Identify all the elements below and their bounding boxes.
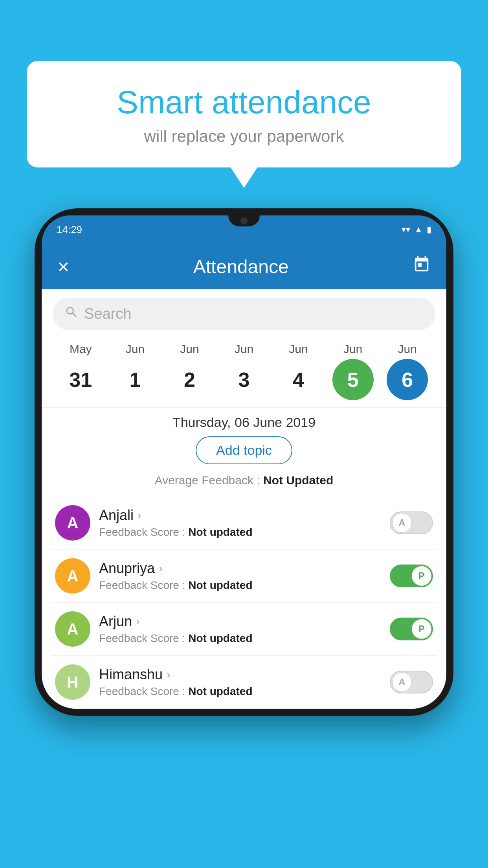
status-time: 14:29 xyxy=(57,224,82,236)
feedback-score-himanshu: Feedback Score : Not updated xyxy=(99,685,381,698)
chevron-icon: › xyxy=(159,562,162,575)
month-cell-5: Jun xyxy=(327,342,378,356)
student-info-arjun: Arjun › Feedback Score : Not updated xyxy=(99,613,381,645)
app-bar: × Attendance xyxy=(42,244,446,289)
chevron-icon: › xyxy=(136,615,139,628)
student-info-anupriya: Anupriya › Feedback Score : Not updated xyxy=(99,560,381,592)
calendar-strip: May Jun Jun Jun Jun Jun Jun 31 1 2 3 4 xyxy=(42,338,446,407)
feedback-score-arjun: Feedback Score : Not updated xyxy=(99,632,381,645)
student-name-arjun[interactable]: Arjun › xyxy=(99,613,381,630)
screen-content: Search May Jun Jun Jun Jun Jun Jun 31 xyxy=(42,289,446,709)
phone-wrapper: 14:29 ▾▾ ▲ ▮ × Attendance xyxy=(35,208,453,716)
date-row: 31 1 2 3 4 5 6 xyxy=(50,356,438,407)
student-info-himanshu: Himanshu › Feedback Score : Not updated xyxy=(99,666,381,698)
search-icon xyxy=(64,305,79,323)
student-name-anjali[interactable]: Anjali › xyxy=(99,507,381,524)
date-cell-6[interactable]: 6 xyxy=(382,359,433,400)
month-cell-2: Jun xyxy=(164,342,215,356)
avatar-himanshu: H xyxy=(55,664,90,700)
date-cell-1[interactable]: 1 xyxy=(110,359,161,400)
chevron-icon: › xyxy=(138,509,141,522)
phone: 14:29 ▾▾ ▲ ▮ × Attendance xyxy=(35,208,453,716)
student-item-himanshu: H Himanshu › Feedback Score : Not update… xyxy=(51,656,437,709)
student-list: A Anjali › Feedback Score : Not updated … xyxy=(42,497,446,709)
date-cell-2[interactable]: 2 xyxy=(164,359,215,400)
avatar-arjun: A xyxy=(55,611,90,647)
date-cell-5[interactable]: 5 xyxy=(327,359,378,400)
search-input-label: Search xyxy=(84,305,131,322)
toggle-anupriya[interactable]: P xyxy=(390,565,433,587)
toggle-himanshu[interactable]: A xyxy=(390,671,433,693)
date-info: Thursday, 06 June 2019 Add topic Average… xyxy=(42,407,446,497)
month-cell-6: Jun xyxy=(382,342,433,356)
signal-icon: ▲ xyxy=(414,224,423,235)
toggle-anjali[interactable]: A xyxy=(390,511,433,534)
app-bar-title: Attendance xyxy=(193,256,289,278)
chevron-icon: › xyxy=(167,668,170,681)
camera-dot xyxy=(240,217,248,224)
month-cell-4: Jun xyxy=(273,342,324,356)
calendar-icon[interactable] xyxy=(413,256,431,278)
student-name-anupriya[interactable]: Anupriya › xyxy=(99,560,381,577)
bubble-subtitle: will replace your paperwork xyxy=(46,127,442,146)
student-name-himanshu[interactable]: Himanshu › xyxy=(99,666,381,683)
month-cell-1: Jun xyxy=(110,342,161,356)
feedback-score-anjali: Feedback Score : Not updated xyxy=(99,526,381,539)
add-topic-button[interactable]: Add topic xyxy=(196,436,292,464)
speech-bubble: Smart attendance will replace your paper… xyxy=(27,61,461,167)
search-bar[interactable]: Search xyxy=(53,298,435,330)
close-icon[interactable]: × xyxy=(57,255,69,278)
status-icons: ▾▾ ▲ ▮ xyxy=(402,224,431,235)
avg-feedback-value: Not Updated xyxy=(263,474,333,487)
battery-icon: ▮ xyxy=(427,224,431,235)
student-item-anupriya: A Anupriya › Feedback Score : Not update… xyxy=(51,550,437,603)
avg-feedback: Average Feedback : Not Updated xyxy=(42,471,446,493)
status-bar: 14:29 ▾▾ ▲ ▮ xyxy=(42,215,446,244)
toggle-arjun[interactable]: P xyxy=(390,618,433,640)
student-info-anjali: Anjali › Feedback Score : Not updated xyxy=(99,507,381,539)
wifi-icon: ▾▾ xyxy=(402,224,410,235)
background: Smart attendance will replace your paper… xyxy=(0,0,488,868)
date-cell-0[interactable]: 31 xyxy=(55,359,106,400)
student-item-anjali: A Anjali › Feedback Score : Not updated … xyxy=(51,497,437,550)
student-item-arjun: A Arjun › Feedback Score : Not updated P xyxy=(51,603,437,656)
avg-feedback-label: Average Feedback : xyxy=(155,474,263,487)
month-row: May Jun Jun Jun Jun Jun Jun xyxy=(50,342,438,356)
selected-date-label: Thursday, 06 June 2019 xyxy=(42,415,446,430)
month-cell-3: Jun xyxy=(218,342,270,356)
month-cell-0: May xyxy=(55,342,106,356)
notch xyxy=(228,215,260,226)
date-cell-4[interactable]: 4 xyxy=(273,359,324,400)
bubble-title: Smart attendance xyxy=(46,85,442,120)
avatar-anupriya: A xyxy=(55,558,90,594)
avatar-anjali: A xyxy=(55,505,90,541)
feedback-score-anupriya: Feedback Score : Not updated xyxy=(99,579,381,592)
speech-bubble-container: Smart attendance will replace your paper… xyxy=(27,61,461,167)
date-cell-3[interactable]: 3 xyxy=(218,359,270,400)
